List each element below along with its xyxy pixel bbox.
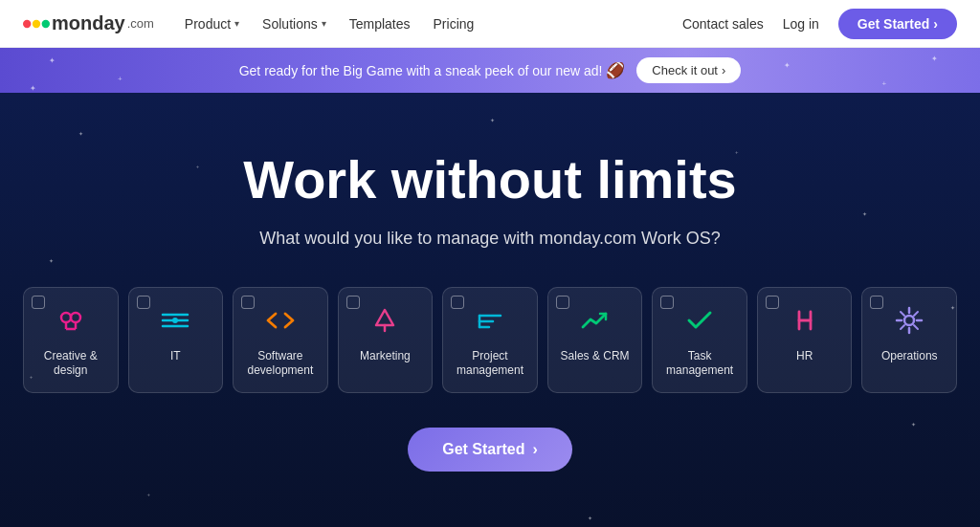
nav-pricing[interactable]: Pricing [434, 16, 475, 32]
card-marketing[interactable]: Marketing [338, 287, 434, 393]
announcement-text: Get ready for the Big Game with a sneak … [239, 61, 626, 79]
svg-point-4 [71, 313, 80, 322]
get-started-nav-button[interactable]: Get Started › [838, 9, 957, 39]
hero-subtitle: What would you like to manage with monda… [259, 229, 721, 249]
svg-line-30 [914, 312, 918, 316]
software-development-icon [259, 299, 301, 341]
card-label: Marketing [360, 349, 411, 364]
card-label: Softwaredevelopment [248, 349, 314, 379]
sales-crm-icon [574, 299, 616, 341]
hero-title: Work without limits [243, 150, 736, 209]
category-cards: Creative &design IT [23, 287, 957, 393]
nav-product[interactable]: Product ▾ [185, 16, 239, 32]
card-sales-crm[interactable]: Sales & CRM [547, 287, 643, 393]
nav-templates[interactable]: Templates [349, 16, 411, 32]
card-hr[interactable]: HR [757, 287, 853, 393]
card-software-development[interactable]: Softwaredevelopment [233, 287, 328, 393]
nav-links: Product ▾ Solutions ▾ Templates Pricing [185, 16, 652, 32]
chevron-down-icon: ▾ [234, 18, 239, 29]
card-checkbox [32, 296, 45, 309]
card-label: Sales & CRM [561, 349, 630, 364]
svg-point-23 [904, 316, 914, 325]
card-checkbox [241, 296, 255, 309]
card-checkbox [660, 296, 674, 309]
operations-icon [888, 299, 930, 341]
check-it-out-button[interactable]: Check it out › [636, 57, 741, 83]
svg-line-31 [901, 325, 904, 329]
card-checkbox [556, 296, 569, 309]
card-label: Operations [881, 349, 938, 364]
nav-solutions[interactable]: Solutions ▾ [262, 16, 326, 32]
svg-point-3 [61, 313, 71, 322]
marketing-icon [364, 299, 406, 341]
nav-right: Contact sales Log in Get Started › [682, 9, 957, 39]
logo[interactable]: monday.com [23, 12, 154, 34]
card-project-management[interactable]: Projectmanagement [442, 287, 538, 393]
card-checkbox [451, 296, 464, 309]
it-icon [154, 299, 196, 341]
get-started-hero-button[interactable]: Get Started › [408, 428, 572, 472]
svg-point-1 [33, 19, 40, 27]
card-label: HR [796, 349, 813, 364]
card-label: Taskmanagement [666, 349, 733, 379]
svg-point-12 [172, 318, 178, 323]
card-operations[interactable]: Operations [861, 287, 957, 393]
card-checkbox [346, 296, 360, 309]
task-management-icon [679, 299, 721, 341]
hero-section: ✦ + ✦ + ✦ + ✦ + ✦ ✦ ✦ Work without limit… [0, 93, 980, 527]
card-task-management[interactable]: Taskmanagement [652, 287, 747, 393]
card-creative-design[interactable]: Creative &design [23, 287, 119, 393]
chevron-down-icon: ▾ [322, 18, 326, 29]
svg-point-2 [42, 19, 50, 27]
navbar: monday.com Product ▾ Solutions ▾ Templat… [0, 0, 980, 48]
card-checkbox [137, 296, 150, 309]
svg-line-28 [901, 312, 904, 316]
hr-icon [784, 299, 826, 341]
svg-point-0 [23, 19, 31, 27]
card-label: Projectmanagement [457, 349, 523, 379]
card-checkbox [870, 296, 883, 309]
svg-line-29 [914, 325, 918, 329]
card-label: Creative &design [44, 349, 98, 379]
creative-design-icon [50, 299, 92, 341]
announcement-bar: ✦ + ✦ + ✦ ✦ Get ready for the Big Game w… [0, 48, 980, 93]
card-label: IT [170, 349, 181, 364]
svg-marker-13 [376, 310, 393, 325]
card-it[interactable]: IT [128, 287, 224, 393]
contact-sales-link[interactable]: Contact sales [682, 16, 764, 32]
card-checkbox [766, 296, 779, 309]
project-management-icon [469, 299, 511, 341]
login-link[interactable]: Log in [783, 16, 819, 32]
